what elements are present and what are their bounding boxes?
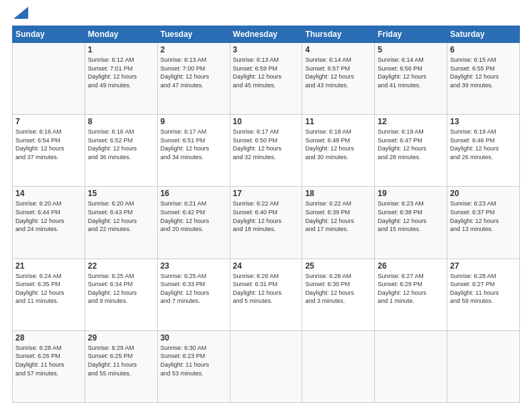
day-info: Daylight: 12 hours: [161, 289, 227, 298]
day-info: Sunset: 6:30 PM: [305, 280, 371, 289]
calendar-cell: 12Sunrise: 6:19 AMSunset: 6:47 PMDayligh…: [375, 115, 447, 187]
calendar-week-row: 7Sunrise: 6:16 AMSunset: 6:54 PMDaylight…: [13, 115, 520, 187]
day-info: Daylight: 11 hours: [161, 361, 227, 369]
calendar-week-row: 1Sunrise: 6:12 AMSunset: 7:01 PMDaylight…: [13, 43, 520, 115]
day-number: 26: [378, 261, 444, 271]
weekday-header: Monday: [85, 26, 157, 43]
day-info: Daylight: 12 hours: [378, 144, 444, 153]
calendar-header-row: SundayMondayTuesdayWednesdayThursdayFrid…: [13, 26, 520, 43]
calendar-cell: 5Sunrise: 6:14 AMSunset: 6:56 PMDaylight…: [375, 43, 447, 115]
calendar-cell: 19Sunrise: 6:23 AMSunset: 6:38 PMDayligh…: [375, 187, 447, 259]
day-number: 16: [161, 189, 227, 198]
day-info: Sunrise: 6:23 AM: [378, 199, 444, 208]
calendar-cell: [13, 43, 85, 115]
day-info: Sunset: 6:42 PM: [161, 208, 227, 217]
day-number: 8: [88, 117, 154, 126]
day-info: Sunrise: 6:17 AM: [233, 128, 300, 136]
calendar-cell: 17Sunrise: 6:22 AMSunset: 6:40 PMDayligh…: [230, 187, 302, 259]
calendar-cell: 6Sunrise: 6:15 AMSunset: 6:55 PMDaylight…: [447, 43, 520, 115]
day-info: Daylight: 12 hours: [161, 217, 227, 226]
day-info: and 24 minutes.: [15, 225, 82, 234]
day-info: and 43 minutes.: [305, 81, 371, 90]
day-info: Sunrise: 6:14 AM: [305, 56, 371, 64]
day-info: Daylight: 12 hours: [161, 144, 227, 153]
day-info: Daylight: 12 hours: [233, 144, 300, 153]
day-info: Daylight: 12 hours: [450, 73, 517, 81]
day-info: Sunrise: 6:13 AM: [161, 56, 227, 64]
day-info: Daylight: 12 hours: [15, 217, 82, 226]
day-info: Sunrise: 6:12 AM: [88, 56, 154, 64]
day-number: 19: [378, 189, 444, 198]
calendar-cell: 8Sunrise: 6:16 AMSunset: 6:52 PMDaylight…: [85, 115, 157, 187]
calendar-cell: [302, 330, 375, 402]
day-number: 3: [233, 45, 300, 54]
header: [12, 12, 520, 19]
day-info: Sunrise: 6:20 AM: [88, 199, 154, 208]
day-info: Sunrise: 6:22 AM: [233, 199, 300, 208]
day-info: and 20 minutes.: [161, 225, 227, 234]
calendar-cell: 2Sunrise: 6:13 AMSunset: 7:00 PMDaylight…: [157, 43, 230, 115]
day-info: Sunrise: 6:16 AM: [88, 128, 154, 136]
day-info: and 55 minutes.: [88, 369, 154, 378]
day-info: Sunset: 6:23 PM: [161, 352, 227, 361]
day-info: Daylight: 12 hours: [88, 73, 154, 81]
calendar-cell: 7Sunrise: 6:16 AMSunset: 6:54 PMDaylight…: [13, 115, 85, 187]
day-info: Sunrise: 6:13 AM: [233, 56, 300, 64]
weekday-header: Sunday: [13, 26, 85, 43]
day-info: and 3 minutes.: [305, 297, 371, 306]
day-info: Sunset: 6:33 PM: [161, 280, 227, 289]
day-info: and 34 minutes.: [161, 153, 227, 162]
day-info: Daylight: 12 hours: [233, 217, 300, 226]
calendar-cell: [230, 330, 302, 402]
day-info: and 17 minutes.: [305, 225, 371, 234]
day-info: Sunset: 7:00 PM: [161, 64, 227, 73]
day-number: 27: [450, 261, 517, 271]
day-number: 1: [88, 45, 154, 54]
calendar-cell: 22Sunrise: 6:25 AMSunset: 6:34 PMDayligh…: [85, 259, 157, 330]
day-info: and 13 minutes.: [450, 225, 517, 234]
day-info: Sunrise: 6:25 AM: [88, 272, 154, 281]
weekday-header: Saturday: [447, 26, 520, 43]
day-info: Daylight: 11 hours: [88, 361, 154, 369]
calendar-cell: 25Sunrise: 6:26 AMSunset: 6:30 PMDayligh…: [302, 259, 375, 330]
calendar-cell: 26Sunrise: 6:27 AMSunset: 6:29 PMDayligh…: [375, 259, 447, 330]
day-number: 6: [450, 45, 517, 54]
day-info: Daylight: 12 hours: [88, 144, 154, 153]
day-info: Daylight: 12 hours: [305, 289, 371, 298]
day-info: Sunrise: 6:30 AM: [161, 344, 227, 353]
day-info: Sunset: 6:39 PM: [305, 208, 371, 217]
day-number: 11: [305, 117, 371, 126]
day-info: Daylight: 12 hours: [161, 73, 227, 81]
day-info: Sunrise: 6:19 AM: [378, 128, 444, 136]
day-info: Sunrise: 6:27 AM: [378, 272, 444, 281]
day-info: and 1 minute.: [378, 297, 444, 306]
day-info: and 32 minutes.: [233, 153, 300, 162]
day-info: Sunset: 6:29 PM: [378, 280, 444, 289]
day-info: Sunset: 6:38 PM: [378, 208, 444, 217]
day-info: Sunset: 6:35 PM: [15, 280, 82, 289]
calendar-cell: 20Sunrise: 6:23 AMSunset: 6:37 PMDayligh…: [447, 187, 520, 259]
day-info: Daylight: 12 hours: [233, 289, 300, 298]
day-info: Sunrise: 6:14 AM: [378, 56, 444, 64]
day-number: 17: [233, 189, 300, 198]
day-info: and 7 minutes.: [161, 297, 227, 306]
calendar-cell: [375, 330, 447, 402]
calendar-cell: 4Sunrise: 6:14 AMSunset: 6:57 PMDaylight…: [302, 43, 375, 115]
day-number: 22: [88, 261, 154, 271]
calendar-table: SundayMondayTuesdayWednesdayThursdayFrid…: [12, 26, 520, 403]
day-info: Sunset: 6:46 PM: [450, 136, 517, 145]
day-info: Sunset: 6:40 PM: [233, 208, 300, 217]
day-info: Sunrise: 6:23 AM: [450, 199, 517, 208]
day-info: and 5 minutes.: [233, 297, 300, 306]
day-info: Sunrise: 6:20 AM: [15, 199, 82, 208]
day-info: Daylight: 12 hours: [378, 217, 444, 226]
day-info: Sunset: 7:01 PM: [88, 64, 154, 73]
calendar-cell: 3Sunrise: 6:13 AMSunset: 6:59 PMDaylight…: [230, 43, 302, 115]
day-number: 4: [305, 45, 371, 54]
calendar-week-row: 28Sunrise: 6:28 AMSunset: 6:26 PMDayligh…: [13, 330, 520, 402]
logo: [12, 12, 28, 19]
day-info: Sunrise: 6:26 AM: [233, 272, 300, 281]
day-number: 13: [450, 117, 517, 126]
day-number: 25: [305, 261, 371, 271]
day-number: 2: [161, 45, 227, 54]
